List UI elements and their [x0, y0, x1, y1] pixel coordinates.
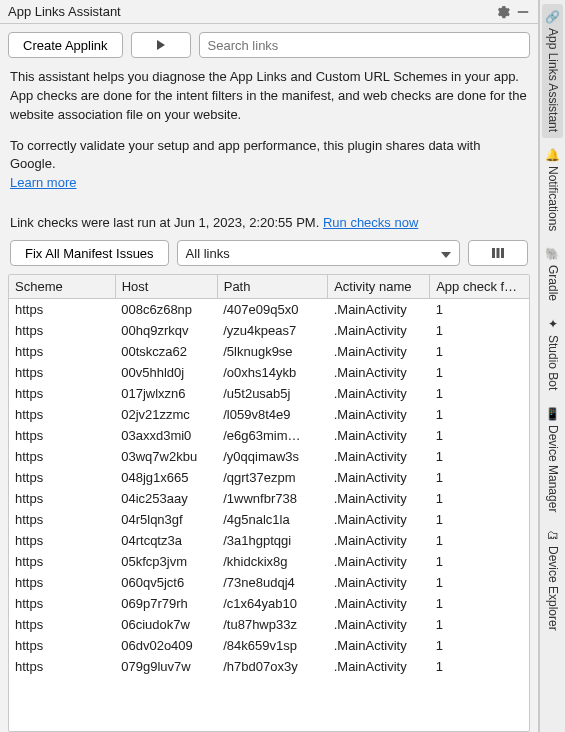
cell-host: 048jg1x665: [115, 467, 217, 488]
cell-host: 04ic253aay: [115, 488, 217, 509]
app-links-assistant-icon: 🔗: [545, 10, 560, 24]
table-row[interactable]: https03wq7w2kbu/y0qqimaw3s.MainActivity1: [9, 446, 529, 467]
table-row[interactable]: https03axxd3mi0/e6g63mim….MainActivity1: [9, 425, 529, 446]
cell-appcheck: 1: [430, 509, 529, 530]
side-item-gradle[interactable]: 🐘Gradle: [542, 241, 563, 307]
cell-activity: .MainActivity: [328, 530, 430, 551]
table-row[interactable]: https008c6z68np/407e09q5x0.MainActivity1: [9, 299, 529, 321]
table-row[interactable]: https04ic253aay/1wwnfbr738.MainActivity1: [9, 488, 529, 509]
table-row[interactable]: https04rtcqtz3a/3a1hgptqgi.MainActivity1: [9, 530, 529, 551]
cell-host: 03wq7w2kbu: [115, 446, 217, 467]
side-item-label: Notifications: [546, 166, 560, 231]
cell-scheme: https: [9, 362, 115, 383]
cell-activity: .MainActivity: [328, 341, 430, 362]
gradle-icon: 🐘: [545, 247, 560, 261]
cell-path: /407e09q5x0: [217, 299, 327, 321]
gear-icon[interactable]: [496, 5, 510, 19]
cell-appcheck: 1: [430, 635, 529, 656]
table-row[interactable]: https060qv5jct6/73ne8udqj4.MainActivity1: [9, 572, 529, 593]
device-explorer-icon: 🗂: [547, 528, 559, 542]
right-tool-strip: 🔗App Links Assistant🔔Notifications🐘Gradl…: [539, 0, 565, 732]
cell-appcheck: 1: [430, 425, 529, 446]
table-row[interactable]: https06ciudok7w/tu87hwp33z.MainActivity1: [9, 614, 529, 635]
cell-path: /4g5nalc1la: [217, 509, 327, 530]
toolbar: Create Applink: [0, 24, 538, 66]
cell-path: /5lknugk9se: [217, 341, 327, 362]
side-item-studio-bot[interactable]: ✦Studio Bot: [543, 311, 563, 396]
cell-activity: .MainActivity: [328, 404, 430, 425]
table-row[interactable]: https06dv02o409/84k659v1sp.MainActivity1: [9, 635, 529, 656]
description-p2: To correctly validate your setup and app…: [10, 137, 528, 194]
table-row[interactable]: https079g9luv7w/h7bd07ox3y.MainActivity1: [9, 656, 529, 677]
cell-scheme: https: [9, 656, 115, 677]
cell-scheme: https: [9, 299, 115, 321]
table-row[interactable]: https00tskcza62/5lknugk9se.MainActivity1: [9, 341, 529, 362]
table-row[interactable]: https00hq9zrkqv/yzu4kpeas7.MainActivity1: [9, 320, 529, 341]
cell-activity: .MainActivity: [328, 299, 430, 321]
cell-appcheck: 1: [430, 467, 529, 488]
cell-scheme: https: [9, 383, 115, 404]
cell-path: /1wwnfbr738: [217, 488, 327, 509]
table-row[interactable]: https04r5lqn3gf/4g5nalc1la.MainActivity1: [9, 509, 529, 530]
cell-appcheck: 1: [430, 593, 529, 614]
header-activity[interactable]: Activity name: [328, 275, 430, 299]
fix-manifest-button[interactable]: Fix All Manifest Issues: [10, 240, 169, 266]
side-item-label: Device Explorer: [546, 546, 560, 631]
columns-button[interactable]: [468, 240, 528, 266]
cell-scheme: https: [9, 635, 115, 656]
cell-scheme: https: [9, 572, 115, 593]
panel-title: App Links Assistant: [8, 4, 121, 19]
cell-appcheck: 1: [430, 614, 529, 635]
cell-activity: .MainActivity: [328, 656, 430, 677]
svg-rect-3: [501, 248, 504, 258]
table-header-row: Scheme Host Path Activity name App check…: [9, 275, 529, 299]
cell-activity: .MainActivity: [328, 635, 430, 656]
title-bar: App Links Assistant: [0, 0, 538, 24]
table-row[interactable]: https017jwlxzn6/u5t2usab5j.MainActivity1: [9, 383, 529, 404]
cell-host: 00v5hhld0j: [115, 362, 217, 383]
cell-scheme: https: [9, 320, 115, 341]
links-filter-select[interactable]: All links: [177, 240, 460, 266]
columns-icon: [491, 247, 505, 259]
search-input[interactable]: [199, 32, 530, 58]
run-button[interactable]: [131, 32, 191, 58]
cell-scheme: https: [9, 488, 115, 509]
cell-scheme: https: [9, 614, 115, 635]
side-item-notifications[interactable]: 🔔Notifications: [542, 142, 563, 237]
table-row[interactable]: https048jg1x665/qgrt37ezpm.MainActivity1: [9, 467, 529, 488]
side-item-label: Studio Bot: [546, 335, 560, 390]
main-panel: App Links Assistant Create Applink This …: [0, 0, 539, 732]
header-scheme[interactable]: Scheme: [9, 275, 115, 299]
studio-bot-icon: ✦: [548, 317, 558, 331]
cell-scheme: https: [9, 551, 115, 572]
table-row[interactable]: https02jv21zzmc/l059v8t4e9.MainActivity1: [9, 404, 529, 425]
cell-path: /h7bd07ox3y: [217, 656, 327, 677]
side-item-app-links-assistant[interactable]: 🔗App Links Assistant: [542, 4, 563, 138]
cell-activity: .MainActivity: [328, 320, 430, 341]
minimize-icon[interactable]: [516, 5, 530, 19]
cell-path: /84k659v1sp: [217, 635, 327, 656]
cell-host: 05kfcp3jvm: [115, 551, 217, 572]
table-row[interactable]: https05kfcp3jvm/khidckix8g.MainActivity1: [9, 551, 529, 572]
table-row[interactable]: https00v5hhld0j/o0xhs14ykb.MainActivity1: [9, 362, 529, 383]
cell-appcheck: 1: [430, 530, 529, 551]
run-checks-link[interactable]: Run checks now: [323, 215, 418, 230]
side-item-device-explorer[interactable]: 🗂Device Explorer: [543, 522, 563, 637]
header-appcheck[interactable]: App check f…: [430, 275, 529, 299]
side-item-device-manager[interactable]: 📱Device Manager: [542, 401, 563, 518]
title-controls: [496, 5, 530, 19]
device-manager-icon: 📱: [545, 407, 560, 421]
header-host[interactable]: Host: [115, 275, 217, 299]
links-table-wrap[interactable]: Scheme Host Path Activity name App check…: [8, 274, 530, 732]
learn-more-link[interactable]: Learn more: [10, 175, 76, 190]
table-row[interactable]: https069p7r79rh/c1x64yab10.MainActivity1: [9, 593, 529, 614]
cell-scheme: https: [9, 593, 115, 614]
cell-activity: .MainActivity: [328, 362, 430, 383]
cell-appcheck: 1: [430, 656, 529, 677]
cell-host: 017jwlxzn6: [115, 383, 217, 404]
cell-host: 00hq9zrkqv: [115, 320, 217, 341]
create-applink-button[interactable]: Create Applink: [8, 32, 123, 58]
header-path[interactable]: Path: [217, 275, 327, 299]
cell-path: /3a1hgptqgi: [217, 530, 327, 551]
status-suffix: .: [316, 215, 323, 230]
